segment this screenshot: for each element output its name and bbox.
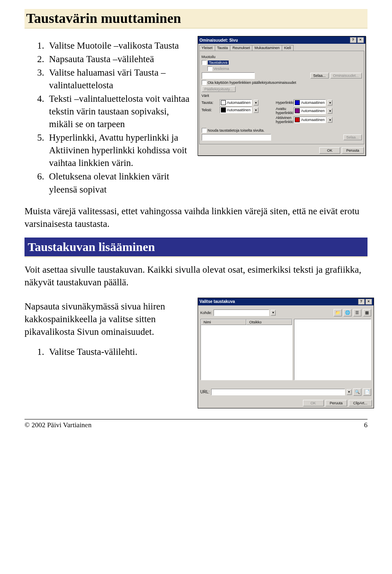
globe-icon[interactable]: 🌐 — [343, 309, 352, 316]
chevron-down-icon[interactable]: ▼ — [254, 107, 258, 113]
color-value: Automaattinen — [301, 101, 325, 105]
dialog-title: Ominaisuudet: Sivu — [200, 38, 238, 43]
color-value: Automaattinen — [301, 118, 325, 122]
color-label: Hyperlinkki: — [276, 101, 292, 105]
tab-reunukset[interactable]: Reunukset — [230, 45, 252, 51]
dialog-valitse-taustakuva: Valitse taustakuva ? × Kohde: ▼ 📁 — [198, 298, 374, 408]
color-label: Tausta: — [202, 101, 218, 105]
chevron-down-icon[interactable]: ▼ — [327, 117, 332, 123]
list-item: Valitse Muotoile –valikosta Tausta — [47, 39, 193, 52]
color-row: Teksti:Automaattinen▼ — [202, 107, 268, 113]
preview-pane — [294, 319, 371, 380]
steps-list-2: Valitse Tausta-välilehti. — [24, 345, 193, 358]
col-nimi[interactable]: Nimi — [201, 319, 247, 325]
selaa2-button[interactable]: Selaa... — [343, 135, 362, 140]
color-value: Automaattinen — [227, 101, 251, 105]
color-select[interactable]: Automaattinen — [294, 117, 326, 123]
selaa-button[interactable]: Selaa... — [310, 73, 329, 78]
color-row: Aktiivinen hyperlinkki:Automaattinen▼ — [276, 116, 361, 124]
color-swatch-icon — [295, 117, 300, 122]
list-item: Teksti –valintaluettelosta voit vaihtaa … — [47, 92, 193, 130]
intro-paragraph-2: Voit asettaa sivulle taustakuvan. Kaikki… — [24, 263, 368, 289]
folder-icon[interactable]: 📁 — [334, 309, 342, 316]
steps-list-1: Valitse Muotoile –valikosta TaustaNapsau… — [24, 39, 193, 196]
footer-copyright: © 2002 Päivi Vartiainen — [24, 421, 91, 429]
url-dropdown-icon[interactable]: ▼ — [347, 389, 352, 395]
checkbox-nouda[interactable]: Nouda taustatietoja toiselta sivulta. — [202, 128, 265, 133]
nouda-path-input[interactable] — [202, 134, 272, 141]
url-input[interactable] — [211, 389, 345, 395]
kohde-label: Kohde: — [200, 311, 212, 315]
file-list[interactable]: Nimi Otsikko — [200, 319, 293, 380]
group-varit: Värit — [202, 94, 362, 98]
instruction-paragraph: Napsauta sivunäkymässä sivua hiiren kakk… — [24, 300, 193, 338]
help-icon[interactable]: ? — [350, 37, 356, 43]
color-row: Tausta:Automaattinen▼ — [202, 99, 268, 106]
group-muotoilu: Muotoilu — [202, 55, 362, 59]
list-item: Napsauta Tausta –välilehteä — [47, 53, 193, 65]
taustakuva-path-input[interactable] — [202, 72, 255, 79]
ominaisuudet-button[interactable]: Ominaisuudet... — [330, 73, 362, 78]
color-select[interactable]: Automaattinen — [294, 99, 326, 106]
clipart-button[interactable]: ClipArt... — [349, 400, 372, 406]
color-swatch-icon — [221, 108, 226, 112]
peruuta-button[interactable]: Peruuta — [325, 400, 347, 406]
color-select[interactable]: Automaattinen — [220, 107, 252, 113]
color-label: Aktiivinen hyperlinkki: — [276, 116, 292, 124]
color-swatch-icon — [295, 100, 300, 105]
heading-taustavarin: Taustavärin muuttaminen — [24, 9, 368, 29]
checkbox-ota-kayttoon[interactable]: Ota käyttöön hyperlinkkien päällekirjoit… — [202, 80, 296, 85]
search-icon[interactable]: 🔍 — [353, 388, 361, 396]
tab-yleiset[interactable]: Yleiset — [199, 45, 215, 51]
color-label: Teksti: — [202, 108, 218, 112]
ok-button[interactable]: OK — [303, 400, 324, 406]
note-paragraph: Muista värejä valitessasi, ettet vahingo… — [24, 205, 368, 230]
color-swatch-icon — [221, 100, 226, 105]
color-label: Avattu hyperlinkki: — [276, 107, 292, 115]
details-view-icon[interactable]: ▦ — [363, 309, 371, 316]
list-item: Valitse Tausta-välilehti. — [47, 345, 193, 358]
page-number: 6 — [364, 421, 368, 429]
kohde-input[interactable] — [214, 309, 269, 316]
paallekirjoitus-button[interactable]: Päällekirjoitusty... — [202, 86, 236, 92]
list-item: Oletuksena olevat linkkien värit yleensä… — [47, 170, 193, 195]
heading-taustakuvan: Taustakuvan lisääminen — [24, 238, 368, 258]
list-view-icon[interactable]: ☰ — [353, 309, 361, 316]
checkbox-vesileima[interactable]: Vesileima — [207, 66, 229, 71]
url-label: URL: — [200, 390, 210, 394]
color-swatch-icon — [295, 108, 300, 113]
color-select[interactable]: Automaattinen — [220, 99, 252, 106]
kohde-dropdown-icon[interactable]: ▼ — [271, 310, 276, 316]
color-value: Automaattinen — [227, 108, 251, 112]
col-otsikko[interactable]: Otsikko — [246, 319, 292, 325]
chevron-down-icon[interactable]: ▼ — [254, 100, 258, 105]
close-icon[interactable]: × — [365, 299, 372, 305]
list-item: Hyperlinkki, Avattu hyperlinkki ja Aktii… — [47, 131, 193, 169]
dialog2-title: Valitse taustakuva — [200, 299, 235, 304]
ok-button[interactable]: OK — [319, 147, 340, 154]
dialog-ominaisuudet-sivu: Ominaisuudet: Sivu ? × YleisetTaustaReun… — [198, 36, 366, 156]
chevron-down-icon[interactable]: ▼ — [327, 100, 332, 105]
browse-icon[interactable]: 📄 — [363, 388, 371, 396]
color-row: Avattu hyperlinkki:Automaattinen▼ — [276, 107, 361, 115]
list-item: Valitse haluamasi väri Tausta –valintalu… — [47, 66, 193, 92]
color-value: Automaattinen — [301, 109, 325, 113]
help-icon[interactable]: ? — [358, 299, 365, 305]
chevron-down-icon[interactable]: ▼ — [327, 108, 332, 114]
close-icon[interactable]: × — [357, 37, 364, 43]
peruuta-button[interactable]: Peruuta — [342, 147, 364, 154]
color-row: Hyperlinkki:Automaattinen▼ — [276, 99, 361, 106]
tab-mukauttaminen[interactable]: Mukauttaminen — [252, 45, 282, 51]
tab-tausta[interactable]: Tausta — [215, 45, 231, 51]
color-select[interactable]: Automaattinen — [294, 108, 326, 114]
checkbox-taustakuva[interactable]: Taustakuva — [202, 60, 229, 65]
tab-kieli[interactable]: Kieli — [282, 45, 294, 51]
